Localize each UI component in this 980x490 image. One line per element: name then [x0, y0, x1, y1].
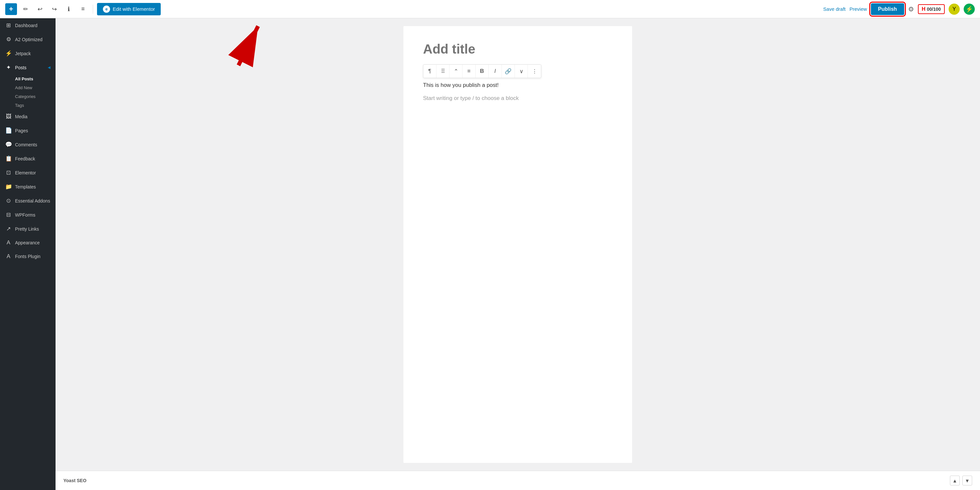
media-icon: 🖼 — [5, 113, 12, 120]
sidebar-item-wpforms[interactable]: ⊟ WPForms — [0, 208, 56, 222]
pages-icon: 📄 — [5, 127, 12, 134]
sidebar-item-fonts-plugin[interactable]: A Fonts Plugin — [0, 250, 56, 263]
collapse-down-button[interactable]: ▼ — [963, 476, 972, 485]
block-toolbar: ¶ ⠿ ⌃ ≡ B I 🔗 ∨ ⋮ — [423, 64, 541, 78]
sidebar-item-pages[interactable]: 📄 Pages — [0, 124, 56, 137]
more-options-dropdown[interactable]: ∨ — [515, 65, 528, 78]
post-title-input[interactable] — [423, 42, 612, 57]
sidebar-item-posts[interactable]: ✦ Posts ◀ — [0, 60, 56, 75]
collapse-up-button[interactable]: ▲ — [950, 476, 960, 485]
feedback-icon: 📋 — [5, 155, 12, 162]
sidebar-item-label: Dashboard — [15, 23, 38, 28]
sidebar-item-dashboard[interactable]: ⊞ Dashboard — [0, 18, 56, 32]
elementor-icon: e — [103, 6, 110, 13]
move-up-down-button[interactable]: ⌃ — [450, 65, 463, 78]
sidebar-item-templates[interactable]: 📁 Templates — [0, 180, 56, 194]
sidebar-item-label: Posts — [15, 65, 27, 70]
sidebar-item-comments[interactable]: 💬 Comments — [0, 137, 56, 151]
redo-button[interactable]: ↪ — [48, 3, 60, 15]
posts-arrow-icon: ◀ — [48, 65, 50, 70]
sidebar-sub-all-posts[interactable]: All Posts — [0, 75, 56, 83]
elementor-sidebar-icon: ⊡ — [5, 169, 12, 176]
templates-icon: 📁 — [5, 183, 12, 190]
sidebar-item-label: Media — [15, 114, 27, 119]
drag-handle-button[interactable]: ⠿ — [436, 65, 450, 78]
jetpack-icon: ⚡ — [5, 50, 12, 57]
appearance-icon: A — [5, 239, 12, 246]
yoast-seo-label: Yoast SEO — [64, 478, 87, 483]
info-button[interactable]: ℹ — [63, 3, 75, 15]
pretty-links-icon: ↗ — [5, 225, 12, 232]
main-layout: ⊞ Dashboard ⚙ A2 Optimized ⚡ Jetpack ✦ P… — [0, 18, 980, 490]
fonts-plugin-icon: A — [5, 253, 12, 260]
sidebar-item-elementor[interactable]: ⊡ Elementor — [0, 165, 56, 180]
yoast-h-label: H — [922, 6, 926, 12]
sidebar-item-media[interactable]: 🖼 Media — [0, 110, 56, 124]
dashboard-icon: ⊞ — [5, 22, 12, 29]
svg-line-1 — [239, 26, 258, 65]
yoast-score-badge: H 00/100 — [918, 4, 945, 14]
paragraph-icon-button[interactable]: ¶ — [423, 65, 436, 78]
comments-icon: 💬 — [5, 141, 12, 148]
sidebar-item-label: Jetpack — [15, 51, 31, 56]
sidebar-item-label: Elementor — [15, 170, 36, 175]
sidebar-item-label: Comments — [15, 142, 37, 147]
list-view-button[interactable]: ≡ — [77, 3, 89, 15]
pencil-icon-button[interactable]: ✏ — [20, 3, 31, 15]
align-button[interactable]: ≡ — [463, 65, 476, 78]
toolbar-divider — [93, 5, 93, 14]
sidebar-sub-categories[interactable]: Categories — [0, 92, 56, 101]
sidebar-item-label: Appearance — [15, 240, 40, 245]
editor-wrapper: ¶ ⠿ ⌃ ≡ B I 🔗 ∨ ⋮ This is how you publis… — [403, 26, 632, 463]
sidebar-sub-tags[interactable]: Tags — [0, 101, 56, 110]
wpforms-icon: ⊟ — [5, 212, 12, 218]
sidebar-item-label: Pages — [15, 128, 28, 133]
undo-button[interactable]: ↩ — [34, 3, 46, 15]
edit-elementor-label: Edit with Elementor — [113, 6, 155, 12]
sidebar-item-label: WPForms — [15, 212, 35, 218]
sidebar-sub-add-new[interactable]: Add New — [0, 83, 56, 92]
essential-addons-icon: ⊙ — [5, 197, 12, 204]
sidebar-item-feedback[interactable]: 📋 Feedback — [0, 151, 56, 165]
sidebar-item-jetpack[interactable]: ⚡ Jetpack — [0, 46, 56, 60]
sidebar-item-label: Essential Addons — [15, 198, 50, 204]
link-button[interactable]: 🔗 — [502, 65, 515, 78]
edit-elementor-button[interactable]: e Edit with Elementor — [97, 3, 161, 15]
yoast-avatar: Y — [949, 3, 960, 15]
preview-button[interactable]: Preview — [850, 6, 867, 12]
posts-icon: ✦ — [5, 64, 12, 71]
sidebar: ⊞ Dashboard ⚙ A2 Optimized ⚡ Jetpack ✦ P… — [0, 18, 56, 490]
sidebar-item-label: Templates — [15, 184, 36, 189]
publish-button[interactable]: Publish — [871, 3, 904, 15]
bold-button[interactable]: B — [476, 65, 489, 78]
sidebar-item-label: Pretty Links — [15, 226, 39, 232]
save-draft-button[interactable]: Save draft — [823, 6, 845, 12]
bottom-bar-arrows: ▲ ▼ — [950, 476, 972, 485]
more-menu-button[interactable]: ⋮ — [528, 65, 541, 78]
yoast-score-value: 00/100 — [927, 6, 941, 12]
block-placeholder-text[interactable]: Start writing or type / to choose a bloc… — [423, 95, 612, 102]
settings-button[interactable]: ⚙ — [908, 5, 914, 13]
toolbar-right: Save draft Preview Publish ⚙ H 00/100 Y … — [823, 3, 975, 15]
performance-icon: ⚡ — [964, 3, 975, 15]
top-toolbar: + ✏ ↩ ↪ ℹ ≡ e Edit with Elementor Save d… — [0, 0, 980, 18]
sidebar-item-label: A2 Optimized — [15, 37, 43, 42]
bottom-bar: Yoast SEO ▲ ▼ — [56, 471, 980, 490]
sidebar-item-essential-addons[interactable]: ⊙ Essential Addons — [0, 194, 56, 208]
sidebar-item-appearance[interactable]: A Appearance — [0, 236, 56, 250]
sidebar-item-label: Fonts Plugin — [15, 254, 40, 259]
italic-button[interactable]: I — [489, 65, 502, 78]
sidebar-item-pretty-links[interactable]: ↗ Pretty Links — [0, 222, 56, 236]
sidebar-item-a2-optimized[interactable]: ⚙ A2 Optimized — [0, 32, 56, 46]
block-content-text: This is how you publish a post! — [423, 82, 612, 89]
content-area: ¶ ⠿ ⌃ ≡ B I 🔗 ∨ ⋮ This is how you publis… — [56, 18, 980, 490]
add-block-button[interactable]: + — [5, 3, 17, 15]
sidebar-item-label: Feedback — [15, 156, 35, 161]
a2-icon: ⚙ — [5, 36, 12, 43]
